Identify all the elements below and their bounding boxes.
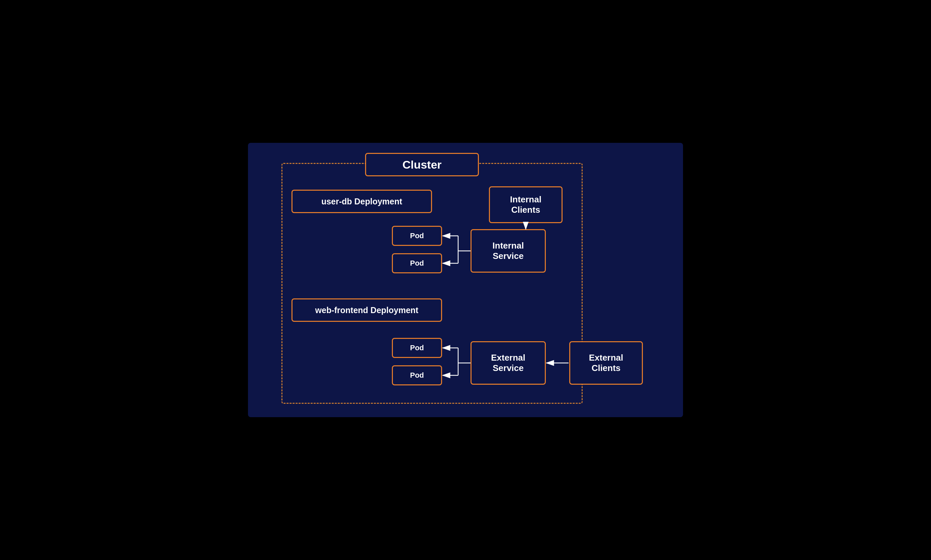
- pod2-label: Pod: [410, 259, 424, 268]
- internal-clients-label: InternalClients: [510, 194, 542, 215]
- pod3-label: Pod: [410, 343, 424, 352]
- internal-clients-box: InternalClients: [489, 186, 563, 223]
- external-service-label: ExternalService: [491, 352, 525, 373]
- external-clients-box: ExternalClients: [569, 341, 643, 385]
- diagram-canvas: Cluster user-db Deployment InternalClien…: [248, 143, 683, 417]
- cluster-label: Cluster: [402, 158, 442, 172]
- cluster-box: Cluster: [365, 153, 479, 176]
- pod4-label: Pod: [410, 371, 424, 380]
- pod4-box: Pod: [392, 365, 442, 385]
- pod3-box: Pod: [392, 338, 442, 358]
- pod1-box: Pod: [392, 226, 442, 246]
- webfrontend-deployment-box: web-frontend Deployment: [291, 298, 442, 322]
- webfrontend-deployment-label: web-frontend Deployment: [315, 305, 418, 315]
- userdb-deployment-box: user-db Deployment: [291, 190, 432, 213]
- pod1-label: Pod: [410, 231, 424, 240]
- internal-service-box: InternalService: [471, 229, 546, 272]
- internal-service-label: InternalService: [492, 240, 524, 261]
- pod2-box: Pod: [392, 253, 442, 273]
- external-service-box: ExternalService: [471, 341, 546, 385]
- external-clients-label: ExternalClients: [589, 352, 623, 373]
- userdb-deployment-label: user-db Deployment: [321, 196, 402, 206]
